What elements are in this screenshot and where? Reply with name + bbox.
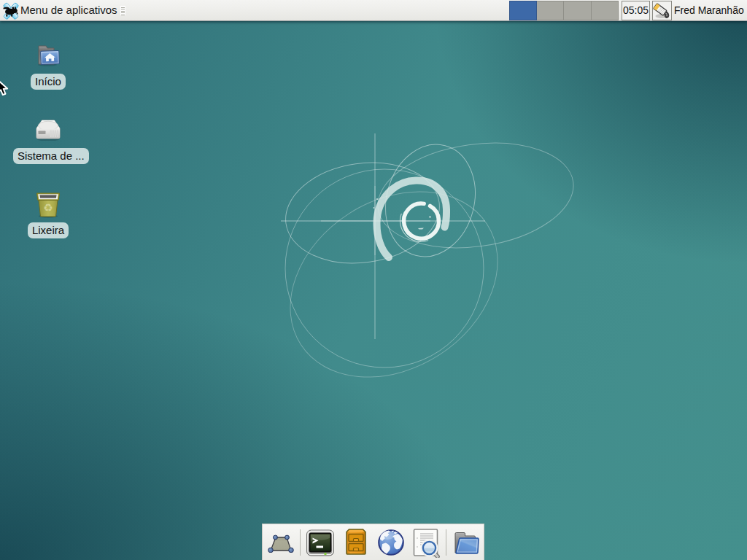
- svg-text:♻: ♻: [43, 201, 53, 214]
